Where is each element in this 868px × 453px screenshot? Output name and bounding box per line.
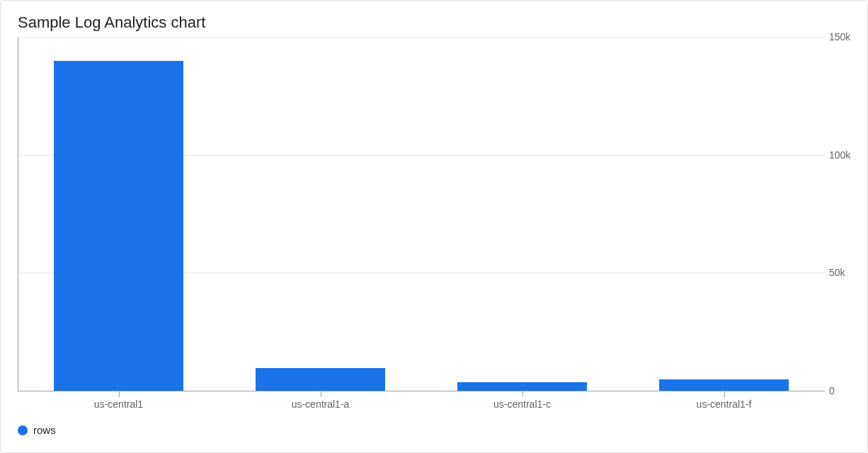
x-tick (724, 391, 725, 397)
y-axis (18, 38, 18, 391)
bar-us-central1-c[interactable] (457, 382, 586, 391)
x-tick (321, 391, 321, 397)
chart-card: Sample Log Analytics chart 150k 100k 50k… (0, 0, 868, 453)
bars-container (18, 38, 825, 391)
plot: 150k 100k 50k 0 (18, 38, 825, 391)
bar-slot (18, 38, 219, 391)
bar-slot (219, 38, 421, 391)
chart-title: Sample Log Analytics chart (1, 1, 867, 38)
x-tick-label: us-central1-f (623, 398, 825, 410)
chart-plot-area: 150k 100k 50k 0 (1, 38, 867, 391)
bar-us-central1-f[interactable] (659, 379, 788, 391)
x-tick-label: us-central1-c (421, 398, 623, 410)
x-axis-labels: us-central1 us-central1-a us-central1-c … (1, 391, 867, 410)
y-tick-label: 50k (829, 267, 860, 278)
bar-slot (623, 38, 825, 391)
x-tick (522, 391, 523, 397)
x-tick-label: us-central1 (18, 398, 219, 410)
x-tick (119, 391, 120, 397)
x-tick-label: us-central1-a (219, 398, 421, 410)
y-tick-label: 0 (829, 385, 860, 396)
bar-slot (421, 38, 623, 391)
bar-us-central1[interactable] (54, 61, 183, 391)
x-axis (18, 391, 825, 391)
y-tick-label: 150k (829, 31, 860, 42)
y-tick-label: 100k (829, 149, 860, 161)
legend-dot-icon (18, 425, 28, 435)
bar-us-central1-a[interactable] (256, 368, 384, 391)
legend-label: rows (33, 424, 56, 436)
legend: rows (1, 410, 867, 445)
